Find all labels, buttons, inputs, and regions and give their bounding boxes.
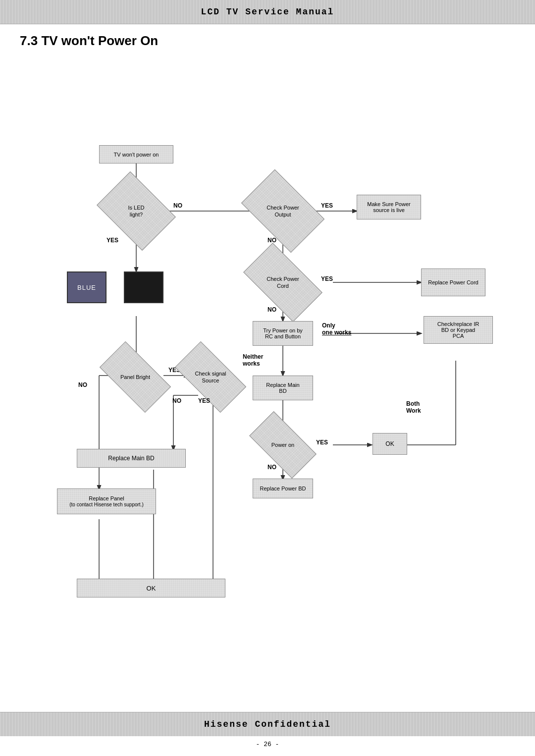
header-bar: LCD TV Service Manual — [0, 0, 535, 24]
yes-label-check-signal: YES — [198, 397, 210, 404]
no-label-power-cord: NO — [268, 306, 276, 313]
no-label-power-on: NO — [268, 464, 276, 471]
blue-screen-box: BLUE — [67, 271, 107, 303]
no-label-panel-bright: NO — [78, 381, 87, 388]
replace-power-bd-box: Replace Power BD — [253, 479, 313, 498]
ok-bottom-box: OK — [77, 579, 225, 597]
start-box: TV won't power on — [99, 145, 173, 163]
check-power-cord-diamond: Check PowerCord — [248, 262, 318, 303]
header-title: LCD TV Service Manual — [201, 7, 334, 17]
panel-bright-diamond: Panel Bright — [103, 359, 167, 395]
led-diamond: Is LEDlight? — [104, 187, 168, 235]
section-number: 7.3 — [20, 33, 38, 48]
diagram-area: TV won't power on Is LEDlight? NO YES Ch… — [0, 54, 535, 678]
check-replace-ir-box: Check/replace IRBD or KeypadPCA — [424, 316, 493, 344]
check-power-output-diamond: Check PowerOutput — [248, 187, 318, 235]
yes-label-power-cord: YES — [321, 275, 333, 282]
page-number: - 26 - — [0, 741, 535, 748]
both-work-label: BothWork — [406, 400, 421, 414]
make-sure-power-box: Make Sure Powersource is live — [357, 195, 421, 219]
yes-label-led: YES — [107, 237, 118, 244]
only-one-works-label: Onlyone works — [322, 322, 351, 336]
no-label-1: NO — [173, 202, 182, 209]
footer-title: Hisense Confidential — [204, 719, 331, 729]
yes-label-power-on: YES — [316, 439, 328, 446]
yes-label-power-output: YES — [321, 202, 333, 209]
section-title: 7.3 TV won't Power On — [0, 24, 535, 54]
replace-main-bd-left-box: Replace Main BD — [77, 449, 186, 468]
footer-bar: Hisense Confidential — [0, 712, 535, 736]
ok-right-box: OK — [373, 433, 407, 455]
power-on-diamond: Power on — [253, 428, 313, 462]
no-label-check-signal: NO — [172, 397, 181, 404]
neither-works-label: Neitherworks — [243, 353, 263, 367]
replace-power-cord-box: Replace Power Cord — [421, 269, 485, 296]
section-name: TV won't Power On — [41, 33, 158, 48]
replace-main-bd-right-box: Replace MainBD — [253, 376, 313, 400]
check-signal-diamond: Check signalSource — [178, 359, 243, 395]
replace-panel-box: Replace Panel(to contact Hisense tech su… — [57, 488, 156, 514]
black-screen-box — [124, 271, 163, 303]
try-power-box: Try Power on byRC and Button — [253, 321, 313, 346]
